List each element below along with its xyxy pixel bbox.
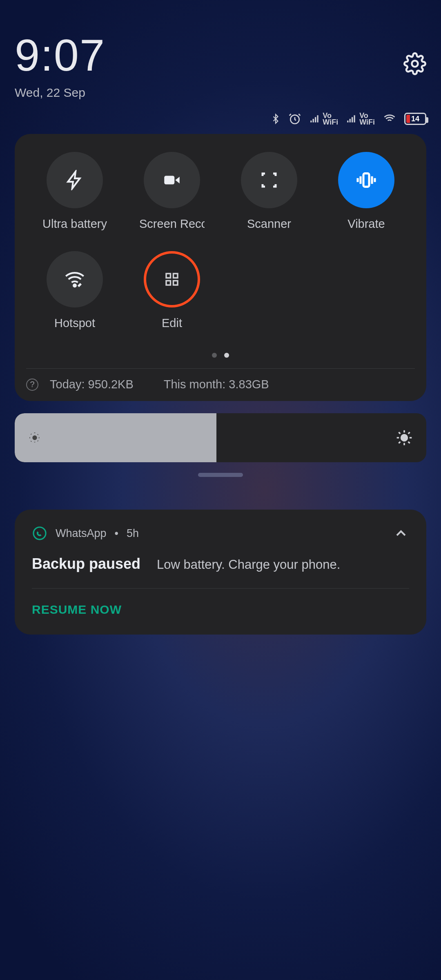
scan-icon bbox=[259, 170, 279, 190]
signal-bars-icon bbox=[345, 114, 358, 124]
grid-icon bbox=[163, 271, 180, 288]
qs-tile-screen-recorder[interactable]: Screen Recorder bbox=[123, 152, 220, 231]
collapse-button[interactable] bbox=[393, 525, 409, 541]
data-usage-row[interactable]: ? Today: 950.2KB This month: 3.83GB bbox=[26, 368, 415, 391]
quick-settings-panel: Ultra battery Screen Recorder Scanner Vi… bbox=[15, 134, 426, 401]
bluetooth-icon bbox=[270, 112, 281, 126]
page-dot-active bbox=[224, 353, 229, 358]
qs-tile-circle bbox=[338, 152, 394, 208]
notification-app-name: WhatsApp bbox=[56, 527, 107, 540]
settings-button[interactable] bbox=[403, 52, 426, 75]
qs-tiles-grid: Ultra battery Screen Recorder Scanner Vi… bbox=[26, 152, 415, 330]
notification-divider bbox=[32, 588, 409, 589]
brightness-fill bbox=[15, 413, 216, 462]
svg-rect-8 bbox=[174, 281, 178, 285]
brightness-low-icon bbox=[28, 431, 42, 445]
vowifi-bottom: WiFi bbox=[323, 119, 338, 125]
notification-age: 5h bbox=[127, 527, 139, 540]
sim2-signal: VoWiFi bbox=[345, 112, 375, 125]
qs-tile-edit[interactable]: Edit bbox=[123, 251, 220, 330]
notification-separator: • bbox=[115, 527, 118, 540]
svg-point-10 bbox=[401, 435, 408, 441]
notification-header: WhatsApp • 5h bbox=[32, 525, 409, 541]
qs-tile-hotspot[interactable]: Hotspot bbox=[26, 251, 123, 330]
notification-card[interactable]: WhatsApp • 5h Backup paused Low battery.… bbox=[15, 510, 426, 635]
bolt-icon bbox=[65, 170, 85, 190]
svg-point-4 bbox=[74, 284, 76, 287]
qs-tile-circle bbox=[144, 251, 200, 307]
svg-rect-3 bbox=[363, 174, 369, 187]
svg-rect-7 bbox=[166, 281, 171, 285]
qs-tile-vibrate[interactable]: Vibrate bbox=[318, 152, 415, 231]
battery-percent: 14 bbox=[411, 115, 419, 123]
wifi-icon bbox=[382, 113, 397, 125]
qs-tile-label: Screen Recorder bbox=[139, 217, 205, 231]
qs-tile-circle bbox=[144, 152, 200, 208]
video-icon bbox=[162, 170, 182, 190]
gear-icon bbox=[403, 52, 426, 75]
sim1-signal: VoWiFi bbox=[309, 112, 338, 125]
whatsapp-icon bbox=[32, 526, 47, 541]
qs-page-indicator[interactable] bbox=[26, 353, 415, 358]
qs-tile-label: Vibrate bbox=[347, 217, 385, 231]
clock-date: Wed, 22 Sep bbox=[15, 86, 105, 100]
signal-bars-icon bbox=[309, 114, 321, 124]
data-month: This month: 3.83GB bbox=[164, 378, 269, 391]
notification-body: Backup paused Low battery. Charge your p… bbox=[32, 555, 409, 572]
qs-tile-label: Ultra battery bbox=[42, 217, 107, 231]
svg-rect-2 bbox=[164, 176, 174, 185]
svg-point-11 bbox=[33, 527, 46, 539]
qs-tile-label: Hotspot bbox=[54, 316, 95, 330]
brightness-high-icon bbox=[395, 429, 413, 447]
qs-tile-label: Scanner bbox=[247, 217, 291, 231]
help-icon: ? bbox=[26, 379, 38, 391]
battery-indicator: 14 bbox=[404, 113, 426, 125]
vibrate-icon bbox=[355, 169, 378, 192]
qs-tile-label: Edit bbox=[162, 316, 182, 330]
svg-point-9 bbox=[33, 436, 37, 440]
qs-tile-circle bbox=[47, 251, 103, 307]
shade-header: 9:07 Wed, 22 Sep bbox=[0, 0, 441, 112]
status-bar: VoWiFi VoWiFi 14 bbox=[0, 112, 441, 134]
svg-point-0 bbox=[412, 61, 418, 67]
brightness-slider[interactable] bbox=[15, 413, 426, 462]
battery-fill bbox=[406, 115, 410, 123]
hotspot-icon bbox=[64, 269, 85, 290]
qs-tile-ultra-battery[interactable]: Ultra battery bbox=[26, 152, 123, 231]
notification-action-resume[interactable]: RESUME NOW bbox=[32, 603, 409, 617]
notification-text: Low battery. Charge your phone. bbox=[157, 557, 340, 572]
qs-tile-scanner[interactable]: Scanner bbox=[220, 152, 318, 231]
alarm-icon bbox=[288, 112, 301, 125]
page-dot bbox=[212, 353, 217, 358]
svg-rect-5 bbox=[166, 274, 171, 278]
notification-title: Backup paused bbox=[32, 555, 140, 572]
svg-rect-6 bbox=[174, 274, 178, 278]
qs-tile-circle bbox=[47, 152, 103, 208]
clock-block: 9:07 Wed, 22 Sep bbox=[15, 33, 105, 100]
clock-time: 9:07 bbox=[15, 33, 105, 78]
shade-drag-handle[interactable] bbox=[198, 473, 243, 477]
qs-tile-circle bbox=[241, 152, 297, 208]
data-today: Today: 950.2KB bbox=[50, 378, 134, 391]
notification-app-row: WhatsApp • 5h bbox=[32, 526, 139, 541]
chevron-up-icon bbox=[393, 525, 409, 541]
